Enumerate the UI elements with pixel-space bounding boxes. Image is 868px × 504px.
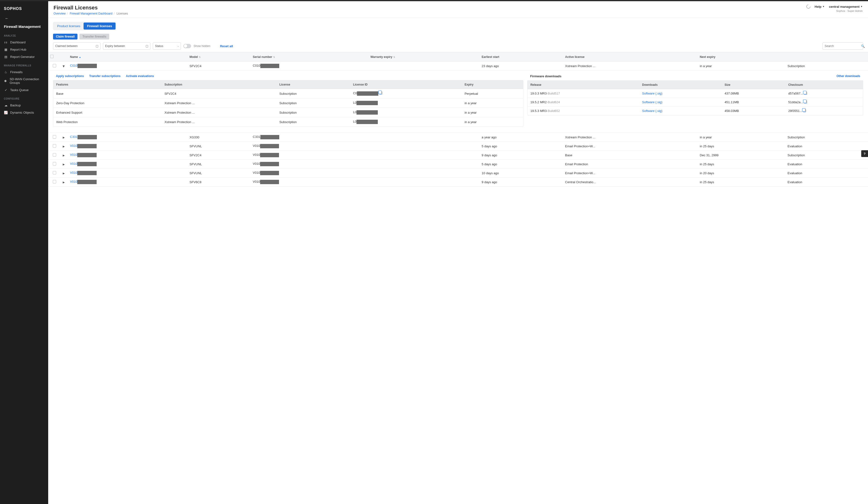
transfer-firewalls-button: Transfer firewalls	[80, 34, 109, 40]
cell-active: Xstream Protection ...	[563, 62, 698, 71]
cell-feature: Base	[53, 89, 162, 98]
sidebar-item-tasks[interactable]: ✓Tasks Queue	[0, 86, 48, 93]
account-menu[interactable]: central management▼	[829, 5, 863, 9]
apply-subscriptions-link[interactable]: Apply subscriptions	[56, 74, 84, 78]
claimed-between-filter[interactable]: Claimed between▢	[53, 42, 101, 50]
other-downloads-link[interactable]: Other downloads	[837, 74, 860, 78]
expand-caret-icon[interactable]: ▶	[63, 172, 65, 175]
calendar-icon: ▢	[146, 44, 148, 48]
firewall-name-link[interactable]: C010	[70, 64, 78, 67]
firewall-name-link[interactable]: V010	[70, 171, 77, 174]
cell-serial: C010	[251, 62, 369, 71]
expand-caret-icon[interactable]: ▶	[63, 154, 65, 157]
col-next[interactable]: Next expiry	[698, 52, 785, 62]
cell-active: Xstream Protection ...	[563, 133, 698, 142]
sidebar-item-backup[interactable]: ☁Backup	[0, 102, 48, 109]
firewall-licenses-table: Name▲ Model⇅ Serial number⇅ Warranty exp…	[48, 52, 868, 187]
software-download-link[interactable]: Software (.sig)	[642, 109, 662, 113]
redacted	[260, 180, 279, 184]
firewall-name-link[interactable]: V010	[70, 153, 77, 157]
cell-license-id: C0	[350, 89, 462, 98]
sidebar-item-dashboard[interactable]: ⫾⫾Dashboard	[0, 39, 48, 46]
cell-next: in a year	[698, 62, 785, 71]
cell-earliest: 23 days ago	[480, 62, 563, 71]
cell-warranty	[369, 178, 480, 187]
breadcrumb-overview[interactable]: Overview	[53, 12, 66, 15]
features-table: FeaturesSubscriptionLicenseLicense IDExp…	[53, 80, 523, 127]
show-hidden-label: Show hidden	[194, 44, 210, 48]
expand-caret-icon[interactable]: ▶	[63, 136, 65, 139]
cell-license: Subscription	[276, 108, 350, 117]
expand-caret-icon[interactable]: ▶	[63, 145, 65, 148]
firewall-name-link[interactable]: V010	[70, 162, 77, 165]
redacted	[260, 171, 279, 175]
breadcrumb-dashboard[interactable]: Firewall Management Dashboard	[70, 12, 113, 15]
sidebar-item-report-hub[interactable]: ▦Report Hub	[0, 46, 48, 53]
col-serial[interactable]: Serial number⇅	[251, 52, 369, 62]
cell-active: Central Orchestratio...	[563, 178, 698, 187]
show-hidden-toggle[interactable]	[183, 44, 191, 48]
transfer-subscriptions-link[interactable]: Transfer subscriptions	[89, 74, 120, 78]
copy-icon[interactable]	[803, 109, 806, 112]
copy-icon[interactable]	[804, 101, 807, 103]
row-checkbox[interactable]	[53, 162, 56, 165]
firewall-name-link[interactable]: V010	[70, 144, 77, 148]
account-subtitle: Sophos · Super Admin	[836, 9, 863, 12]
software-download-link[interactable]: Software (.sig)	[642, 100, 662, 104]
row-checkbox[interactable]	[53, 171, 56, 174]
cell-next: in a year	[698, 133, 785, 142]
expand-caret-icon[interactable]: ▶	[62, 65, 65, 67]
sidebar-item-sdwan[interactable]: ✱SD-WAN Connection Groups	[0, 75, 48, 86]
expand-caret-icon[interactable]: ▶	[63, 181, 65, 184]
cell-warranty	[369, 142, 480, 151]
tab-firewall-licenses[interactable]: Firewall licenses	[84, 22, 115, 30]
cell-subscription: Xstream Protection ...	[162, 117, 277, 127]
cell-earliest: 5 days ago	[480, 160, 563, 169]
col-name[interactable]: Name▲	[68, 52, 187, 62]
sidebar-item-label: Tasks Queue	[10, 88, 29, 92]
help-menu[interactable]: Help▼	[815, 5, 825, 9]
software-download-link[interactable]: Software (.sig)	[642, 92, 662, 95]
sidebar-item-label: Backup	[10, 103, 21, 107]
cell-next: in 20 days	[698, 169, 785, 178]
col-warranty[interactable]: Warranty expiry⇅	[369, 52, 480, 62]
tab-product-licenses[interactable]: Product licenses	[54, 22, 84, 30]
grid-icon: ▦	[4, 48, 8, 51]
svg-text:SOPHOS: SOPHOS	[4, 7, 22, 11]
status-filter[interactable]: Status⌵	[153, 42, 181, 50]
expiry-between-filter[interactable]: Expiry between▢	[103, 42, 151, 50]
back-icon[interactable]: ←	[5, 16, 9, 20]
row-checkbox[interactable]	[53, 153, 56, 157]
redacted	[356, 101, 378, 105]
col-earliest[interactable]: Earliest start	[480, 52, 563, 62]
search-input[interactable]: 🔍	[823, 42, 863, 50]
redacted	[78, 64, 97, 68]
cell-warranty	[369, 133, 480, 142]
copy-icon[interactable]	[379, 92, 382, 94]
cell-warranty	[369, 151, 480, 160]
claim-firewall-button[interactable]: Claim firewall	[53, 34, 78, 40]
copy-icon[interactable]	[804, 92, 807, 95]
row-checkbox[interactable]	[53, 135, 56, 139]
help-floating-button[interactable]: ?	[861, 150, 868, 157]
cell-earliest: a year ago	[480, 133, 563, 142]
row-checkbox[interactable]	[53, 180, 56, 183]
col-active[interactable]: Active license	[563, 52, 698, 62]
expand-caret-icon[interactable]: ▶	[63, 163, 65, 166]
col-model[interactable]: Model⇅	[187, 52, 251, 62]
firewall-name-link[interactable]: C331	[70, 135, 78, 139]
reset-all-link[interactable]: Reset all	[220, 44, 233, 48]
theme-toggle-icon[interactable]	[806, 4, 810, 9]
sidebar-item-firewalls[interactable]: ♨Firewalls	[0, 68, 48, 75]
sidebar-item-dynamic-objects[interactable]: 📈Dynamic Objects	[0, 109, 48, 116]
cell-active: Email Protection+W...	[563, 142, 698, 151]
sidebar-item-report-generator[interactable]: ▤Report Generator	[0, 53, 48, 60]
row-checkbox[interactable]	[53, 144, 56, 148]
row-checkbox[interactable]	[53, 64, 56, 67]
col-expiry: Expiry	[462, 80, 523, 89]
cell-warranty	[369, 62, 480, 71]
firewall-name-link[interactable]: V010	[70, 180, 77, 183]
activate-evaluations-link[interactable]: Activate evaluations	[126, 74, 154, 78]
select-all-checkbox[interactable]	[50, 55, 53, 58]
cell-model: SFVUNL	[187, 160, 251, 169]
